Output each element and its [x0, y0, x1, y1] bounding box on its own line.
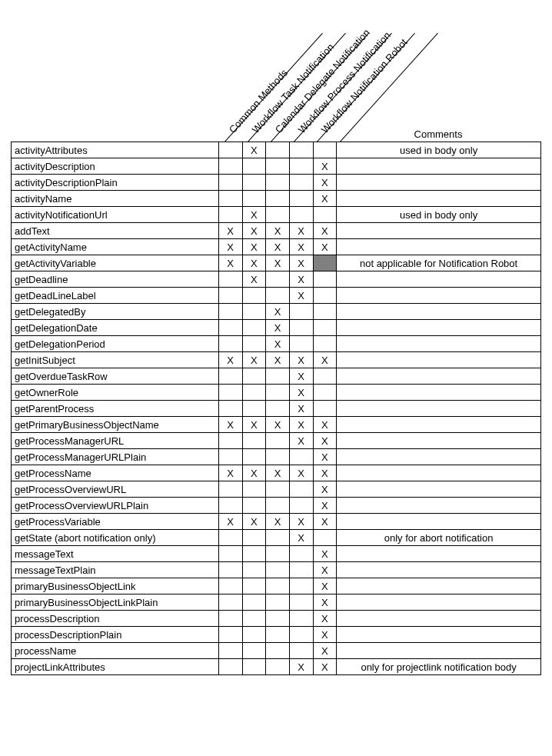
mark-cell: [266, 207, 290, 223]
mark-cell: X: [218, 465, 242, 481]
method-name-cell: getInitSubject: [12, 352, 219, 368]
method-name-cell: activityName: [12, 191, 219, 207]
mark-cell: X: [242, 239, 266, 255]
table-row: getDelegatedByX: [12, 304, 541, 320]
mark-cell: [218, 578, 242, 594]
mark-cell: [289, 594, 313, 611]
mark-cell: X: [313, 594, 337, 611]
table-row: processDescriptionPlainX: [12, 627, 541, 643]
mark-cell: [289, 627, 313, 643]
mark-cell: [218, 271, 242, 288]
mark-cell: [218, 304, 242, 320]
mark-cell: [266, 611, 290, 627]
method-name-cell: activityDescription: [12, 158, 219, 175]
comment-cell: [337, 368, 541, 385]
method-name-cell: activityNotificationUrl: [12, 207, 219, 223]
mark-cell: [218, 207, 242, 223]
mark-cell: X: [289, 239, 313, 255]
comment-cell: only for projectlink notification body: [337, 659, 541, 675]
mark-cell: X: [289, 530, 313, 546]
table-row: getProcessOverviewURLPlainX: [12, 498, 541, 514]
mark-cell: [242, 385, 266, 401]
table-row: projectLinkAttributesXXonly for projectl…: [12, 659, 541, 675]
comment-cell: [337, 481, 541, 498]
comment-cell: [337, 239, 541, 255]
mark-cell: [266, 530, 290, 546]
table-row: getDeadLineLabelX: [12, 288, 541, 304]
mark-cell: [289, 142, 313, 158]
mark-cell: X: [266, 352, 290, 368]
table-row: getDelegationDateX: [12, 320, 541, 336]
mark-cell: [242, 546, 266, 562]
mark-cell: [242, 288, 266, 304]
comment-cell: [337, 175, 541, 191]
method-name-cell: getProcessManagerURLPlain: [12, 449, 219, 465]
mark-cell: [289, 304, 313, 320]
mark-cell: [242, 158, 266, 175]
mark-cell: [242, 578, 266, 594]
mark-cell: [289, 175, 313, 191]
mark-cell: [218, 627, 242, 643]
mark-cell: X: [313, 514, 337, 530]
mark-cell: [313, 142, 337, 158]
mark-cell: [266, 158, 290, 175]
mark-cell: X: [218, 514, 242, 530]
comment-cell: [337, 611, 541, 627]
comment-cell: only for abort notification: [337, 530, 541, 546]
table-row: getProcessOverviewURLX: [12, 481, 541, 498]
comment-cell: [337, 562, 541, 578]
mark-cell: X: [289, 417, 313, 433]
mark-cell: X: [313, 498, 337, 514]
mark-cell: [266, 481, 290, 498]
table-row: getState (abort notification only)Xonly …: [12, 530, 541, 546]
mark-cell: [313, 304, 337, 320]
col-header-comments: Comments: [338, 128, 538, 140]
comment-cell: [337, 223, 541, 239]
method-name-cell: addText: [12, 223, 219, 239]
mark-cell: [242, 562, 266, 578]
mark-cell: [289, 643, 313, 659]
method-name-cell: primaryBusinessObjectLinkPlain: [12, 594, 219, 611]
mark-cell: [242, 368, 266, 385]
mark-cell: [289, 320, 313, 336]
method-name-cell: getDelegationPeriod: [12, 336, 219, 352]
mark-cell: [218, 385, 242, 401]
mark-cell: X: [289, 659, 313, 675]
mark-cell: [218, 368, 242, 385]
mark-cell: X: [289, 514, 313, 530]
mark-cell: X: [242, 271, 266, 288]
method-name-cell: processDescription: [12, 611, 219, 627]
mark-cell: X: [313, 417, 337, 433]
mark-cell: [218, 336, 242, 352]
mark-cell: [242, 530, 266, 546]
mark-cell: X: [266, 417, 290, 433]
comment-cell: [337, 498, 541, 514]
mark-cell: [266, 659, 290, 675]
mark-cell: [313, 385, 337, 401]
mark-cell: [242, 304, 266, 320]
mark-cell: [242, 175, 266, 191]
comment-cell: [337, 336, 541, 352]
mark-cell: X: [218, 352, 242, 368]
mark-cell: X: [289, 368, 313, 385]
mark-cell: X: [289, 288, 313, 304]
mark-cell: [242, 498, 266, 514]
mark-cell: [313, 255, 337, 271]
mark-cell: [289, 498, 313, 514]
table-row: getInitSubjectXXXXX: [12, 352, 541, 368]
mark-cell: [242, 611, 266, 627]
mark-cell: X: [242, 207, 266, 223]
mark-cell: X: [289, 352, 313, 368]
comment-cell: [337, 643, 541, 659]
method-name-cell: getDelegatedBy: [12, 304, 219, 320]
table-row: primaryBusinessObjectLinkPlainX: [12, 594, 541, 611]
mark-cell: X: [313, 546, 337, 562]
method-name-cell: messageTextPlain: [12, 562, 219, 578]
mark-cell: [242, 336, 266, 352]
mark-cell: X: [242, 142, 266, 158]
table-row: getOverdueTaskRowX: [12, 368, 541, 385]
mark-cell: X: [313, 449, 337, 465]
mark-cell: X: [313, 562, 337, 578]
mark-cell: X: [242, 223, 266, 239]
method-name-cell: activityDescriptionPlain: [12, 175, 219, 191]
